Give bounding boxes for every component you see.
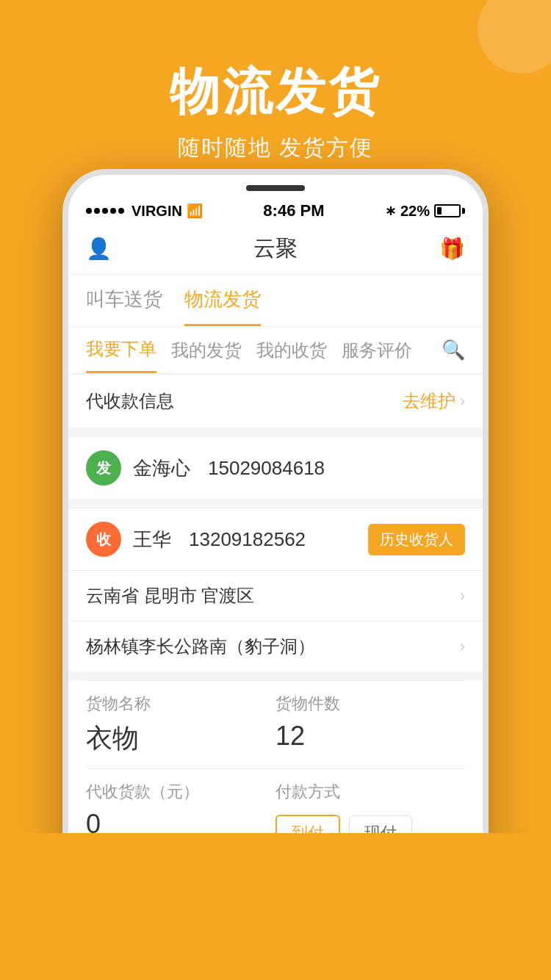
address1-row[interactable]: 云南省 昆明市 官渡区 › [68, 570, 483, 621]
address2-row[interactable]: 杨林镇李长公路南（豹子洞） › [68, 621, 483, 671]
goods-name-value: 衣物 [86, 721, 276, 768]
carrier-name: VIRGIN [132, 203, 182, 220]
battery-fill [437, 207, 442, 215]
signal-dots [86, 208, 124, 214]
main-tab-bar: 叫车送货 物流发货 [68, 275, 483, 327]
receiver-name: 王华 [133, 527, 171, 552]
tab-jiao-che[interactable]: 叫车送货 [86, 275, 162, 326]
goods-count-value: 12 [276, 721, 465, 763]
tab-wu-liu[interactable]: 物流发货 [184, 275, 261, 326]
background-bottom [0, 833, 551, 980]
avatar-icon[interactable]: 👤 [86, 237, 112, 261]
status-bar: VIRGIN 📶 8:46 PM ∗ 22% [68, 175, 483, 226]
payment-amount-label: 代收货款（元） [86, 781, 276, 803]
battery-tip [462, 208, 465, 214]
receiver-phone: 13209182562 [189, 528, 306, 551]
search-icon: 🔍 [442, 339, 465, 361]
signal-dot [86, 208, 92, 214]
signal-dot [118, 208, 124, 214]
hero-title-area: 物流发货 随时随地 发货方便 [0, 0, 551, 163]
goods-count-col: 货物件数 12 [276, 693, 465, 768]
address1-text: 云南省 昆明市 官渡区 [86, 584, 254, 608]
receiver-section: 收 王华 13209182562 历史收货人 云南省 昆明市 官渡区 › 杨林镇… [68, 508, 483, 671]
gift-icon[interactable]: 🎁 [439, 237, 465, 261]
sender-name: 金海心 [133, 455, 190, 481]
sub-tab-bar: 我要下单 我的发货 我的收货 服务评价 🔍 [68, 327, 483, 375]
phone-speaker [246, 185, 305, 191]
sender-badge: 发 [86, 450, 121, 486]
sender-phone: 15029084618 [208, 457, 325, 480]
history-receiver-button[interactable]: 历史收货人 [368, 524, 465, 555]
hero-main-title: 物流发货 [0, 59, 551, 126]
sender-section: 发 金海心 15029084618 [68, 436, 483, 499]
signal-dot [102, 208, 108, 214]
goods-name-label: 货物名称 [86, 693, 276, 715]
signal-dot [94, 208, 100, 214]
search-button[interactable]: 🔍 [442, 339, 465, 361]
cod-info-section: 代收款信息 去维护 › [68, 375, 483, 428]
cod-row: 代收款信息 去维护 › [68, 375, 483, 428]
payment-method-label: 付款方式 [276, 781, 465, 803]
phone-frame: VIRGIN 📶 8:46 PM ∗ 22% 👤 云聚 🎁 叫车送货 物流发货 [62, 169, 489, 948]
receiver-row: 收 王华 13209182562 历史收货人 [68, 508, 483, 570]
cod-label: 代收款信息 [86, 389, 174, 413]
sub-tab-my-send[interactable]: 我的发货 [171, 328, 242, 372]
battery-icon [434, 204, 465, 217]
goods-name-col: 货物名称 衣物 [86, 693, 276, 768]
battery-percent: 22% [400, 203, 430, 220]
goods-count-label: 货物件数 [276, 693, 465, 715]
signal-dot [110, 208, 116, 214]
battery-body [434, 204, 461, 217]
status-time: 8:46 PM [263, 201, 324, 220]
sub-tab-review[interactable]: 服务评价 [342, 328, 412, 372]
chevron-right-icon: › [460, 586, 465, 605]
status-left: VIRGIN 📶 [86, 203, 203, 220]
wifi-icon: 📶 [187, 203, 203, 219]
app-title: 云聚 [253, 234, 298, 264]
cod-action[interactable]: 去维护 › [403, 389, 465, 413]
chevron-right-icon: › [460, 392, 465, 411]
bluetooth-icon: ∗ [385, 203, 396, 219]
sub-tab-my-receive[interactable]: 我的收货 [256, 328, 327, 372]
sub-tab-order[interactable]: 我要下单 [86, 327, 156, 373]
hero-sub-title: 随时随地 发货方便 [0, 133, 551, 163]
receiver-badge: 收 [86, 522, 121, 557]
goods-top-row: 货物名称 衣物 货物件数 12 [86, 680, 465, 768]
cod-action-text: 去维护 [403, 389, 455, 413]
status-right: ∗ 22% [385, 203, 465, 220]
sender-row: 发 金海心 15029084618 [68, 436, 483, 499]
app-header: 👤 云聚 🎁 [68, 226, 483, 275]
address2-text: 杨林镇李长公路南（豹子洞） [86, 635, 315, 658]
chevron-right-icon: › [460, 637, 465, 656]
